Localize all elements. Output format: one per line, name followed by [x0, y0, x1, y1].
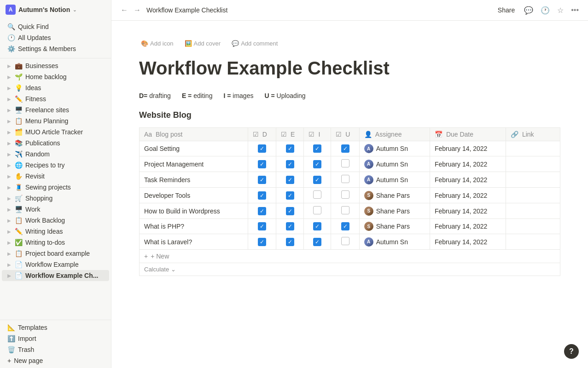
cell-blog-post[interactable]: Task Reminders	[140, 172, 248, 188]
sidebar-item-fitness[interactable]: ▶ ✏️ Fitness	[2, 93, 109, 104]
sidebar-item-project-board[interactable]: ▶ 📋 Project board example	[2, 248, 109, 259]
unchecked-checkbox-icon[interactable]	[341, 206, 349, 214]
workspace-header[interactable]: A Autumn's Notion ⌄	[0, 0, 111, 19]
checked-checkbox-icon[interactable]: ✓	[258, 222, 266, 230]
checked-checkbox-icon[interactable]: ✓	[286, 144, 294, 153]
sidebar-item-ideas[interactable]: ▶ 💡 Ideas	[2, 82, 109, 93]
cell-e[interactable]: ✓	[276, 156, 304, 172]
sidebar-item-work[interactable]: ▶ 🖥️ Work	[2, 204, 109, 215]
checked-checkbox-icon[interactable]: ✓	[258, 238, 266, 246]
sidebar-item-freelance-sites[interactable]: ▶ 🖥️ Freelance sites	[2, 104, 109, 115]
th-link[interactable]: 🔗 Link	[506, 128, 560, 141]
cell-e[interactable]: ✓	[276, 203, 304, 219]
cell-d[interactable]: ✓	[248, 156, 276, 172]
share-button[interactable]: Share	[494, 5, 518, 16]
table-row[interactable]: Task Reminders✓✓✓AAutumn SnFebruary 14, …	[140, 172, 560, 188]
cell-link[interactable]	[506, 172, 560, 188]
checked-checkbox-icon[interactable]: ✓	[258, 144, 266, 153]
sidebar-item-businesses[interactable]: ▶ 💼 Businesses	[2, 60, 109, 71]
sidebar-item-templates[interactable]: 📐 Templates	[2, 322, 109, 333]
sidebar-item-new-page[interactable]: + New page	[2, 355, 109, 366]
th-assignee[interactable]: 👤 Assignee	[359, 128, 430, 141]
checked-checkbox-icon[interactable]: ✓	[313, 144, 321, 153]
checked-checkbox-icon[interactable]: ✓	[286, 222, 294, 230]
sidebar-item-shopping[interactable]: ▶ 🛒 Shopping	[2, 193, 109, 204]
sidebar-item-import[interactable]: ⬆️ Import	[2, 333, 109, 344]
unchecked-checkbox-icon[interactable]	[341, 175, 349, 183]
cell-link[interactable]	[506, 156, 560, 172]
cell-d[interactable]: ✓	[248, 234, 276, 250]
cell-blog-post[interactable]: Goal Setting	[140, 141, 248, 156]
checked-checkbox-icon[interactable]: ✓	[286, 191, 294, 200]
sidebar-item-revisit[interactable]: ▶ ✋ Revisit	[2, 171, 109, 182]
help-button[interactable]: ?	[564, 344, 579, 359]
cell-i[interactable]: ✓	[304, 172, 331, 188]
th-d[interactable]: ☑ D	[248, 128, 276, 141]
cell-blog-post[interactable]: Project Management	[140, 156, 248, 172]
sidebar-item-all-updates[interactable]: 🕐 All Updates	[2, 32, 109, 43]
cell-blog-post[interactable]: What is PHP?	[140, 219, 248, 234]
cell-blog-post[interactable]: Developer Tools	[140, 188, 248, 203]
back-button[interactable]: ←	[119, 4, 130, 16]
cell-d[interactable]: ✓	[248, 141, 276, 156]
table-row[interactable]: What is Laravel?✓✓✓AAutumn SnFebruary 14…	[140, 234, 560, 250]
sidebar-item-work-backlog[interactable]: ▶ 📋 Work Backlog	[2, 215, 109, 226]
checked-checkbox-icon[interactable]: ✓	[313, 238, 321, 246]
cell-e[interactable]: ✓	[276, 188, 304, 203]
th-blog-post[interactable]: Aa Blog post	[140, 128, 248, 141]
th-u[interactable]: ☑ U	[331, 128, 359, 141]
cell-e[interactable]: ✓	[276, 141, 304, 156]
cell-u[interactable]	[331, 234, 359, 250]
calculate-row[interactable]: Calculate ⌄	[139, 263, 560, 276]
history-button[interactable]: 🕐	[539, 4, 552, 17]
checked-checkbox-icon[interactable]: ✓	[258, 160, 266, 168]
favorite-button[interactable]: ☆	[555, 4, 565, 17]
forward-button[interactable]: →	[132, 4, 143, 16]
table-row[interactable]: Goal Setting✓✓✓✓AAutumn SnFebruary 14, 2…	[140, 141, 560, 156]
sidebar-item-publications[interactable]: ▶ 📚 Publications	[2, 138, 109, 149]
th-e[interactable]: ☑ E	[276, 128, 304, 141]
sidebar-item-home-backlog[interactable]: ▶ 🌱 Home backlog	[2, 71, 109, 82]
sidebar-item-workflow-example[interactable]: ▶ 📄 Workflow Example	[2, 259, 109, 270]
cell-d[interactable]: ✓	[248, 188, 276, 203]
cell-i[interactable]: ✓	[304, 141, 331, 156]
unchecked-checkbox-icon[interactable]	[313, 190, 321, 199]
checked-checkbox-icon[interactable]: ✓	[258, 207, 266, 215]
cell-d[interactable]: ✓	[248, 172, 276, 188]
cell-i[interactable]: ✓	[304, 156, 331, 172]
cell-u[interactable]	[331, 188, 359, 203]
cell-d[interactable]: ✓	[248, 203, 276, 219]
table-row[interactable]: What is PHP?✓✓✓✓SShane ParsFebruary 14, …	[140, 219, 560, 234]
checked-checkbox-icon[interactable]: ✓	[286, 238, 294, 246]
table-row[interactable]: How to Build in Wordpress✓✓SShane ParsFe…	[140, 203, 560, 219]
checked-checkbox-icon[interactable]: ✓	[286, 176, 294, 184]
sidebar-item-muo-article[interactable]: ▶ 🗂️ MUO Article Tracker	[2, 126, 109, 138]
checked-checkbox-icon[interactable]: ✓	[313, 160, 321, 168]
cell-link[interactable]	[506, 234, 560, 250]
more-button[interactable]: •••	[569, 4, 581, 16]
th-due-date[interactable]: 📅 Due Date	[430, 128, 506, 141]
cell-i[interactable]: ✓	[304, 234, 331, 250]
unchecked-checkbox-icon[interactable]	[341, 159, 349, 167]
unchecked-checkbox-icon[interactable]	[341, 190, 349, 199]
checked-checkbox-icon[interactable]: ✓	[286, 207, 294, 215]
sidebar-item-writing-todos[interactable]: ▶ ✅ Writing to-dos	[2, 237, 109, 248]
sidebar-item-menu-planning[interactable]: ▶ 📋 Menu Planning	[2, 115, 109, 126]
add-comment-action[interactable]: 💬 Add comment	[230, 39, 279, 48]
cell-link[interactable]	[506, 219, 560, 234]
cell-d[interactable]: ✓	[248, 219, 276, 234]
checked-checkbox-icon[interactable]: ✓	[313, 176, 321, 184]
cell-u[interactable]: ✓	[331, 219, 359, 234]
cell-i[interactable]: ✓	[304, 219, 331, 234]
checked-checkbox-icon[interactable]: ✓	[286, 160, 294, 168]
cell-link[interactable]	[506, 188, 560, 203]
sidebar-item-quick-find[interactable]: 🔍 Quick Find	[2, 21, 109, 32]
cell-u[interactable]	[331, 156, 359, 172]
sidebar-item-sewing[interactable]: ▶ 🧵 Sewing projects	[2, 182, 109, 193]
checked-checkbox-icon[interactable]: ✓	[341, 222, 349, 230]
checked-checkbox-icon[interactable]: ✓	[258, 176, 266, 184]
cell-blog-post[interactable]: How to Build in Wordpress	[140, 203, 248, 219]
sidebar-item-workflow-example-ch[interactable]: ▶ 📄 Workflow Example Ch...	[2, 270, 109, 281]
th-i[interactable]: ☑ I	[304, 128, 331, 141]
cell-u[interactable]	[331, 172, 359, 188]
